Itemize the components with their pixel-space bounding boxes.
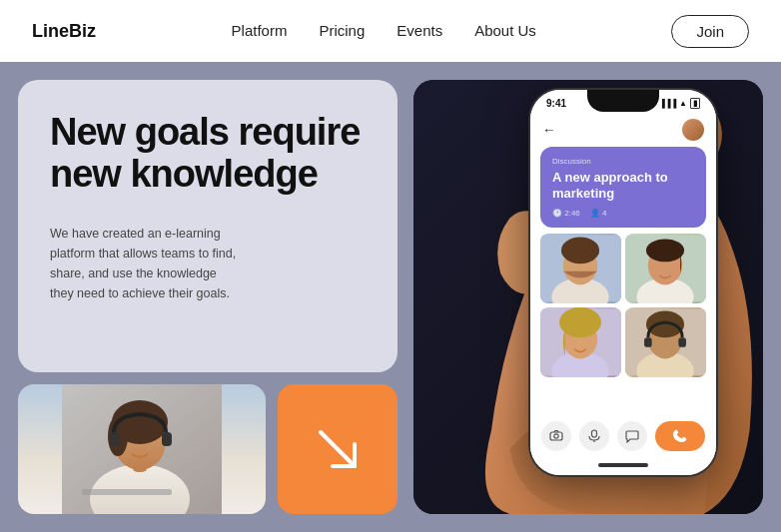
phone-screen: 9:41 ▐▐▐ ▲ ▮ ← Discussion	[530, 90, 716, 475]
discussion-participants: 👤 4	[590, 209, 607, 218]
svg-rect-35	[592, 430, 597, 437]
nav-events[interactable]: Events	[396, 22, 442, 39]
mic-button[interactable]	[579, 421, 609, 451]
back-button[interactable]: ←	[542, 122, 556, 138]
chat-button[interactable]	[617, 421, 647, 451]
svg-rect-9	[82, 489, 172, 495]
svg-rect-31	[644, 337, 652, 347]
svg-point-25	[559, 307, 601, 337]
right-panel: 9:41 ▐▐▐ ▲ ▮ ← Discussion	[413, 80, 763, 514]
status-icons: ▐▐▐ ▲ ▮	[659, 98, 700, 109]
hero-title: New goals require new knowledge	[50, 112, 366, 196]
woman-silhouette-svg	[18, 384, 266, 514]
video-cell-2	[625, 234, 706, 303]
discussion-title: A new approach to marketing	[552, 170, 694, 201]
nav-about[interactable]: About Us	[474, 22, 536, 39]
svg-point-20	[646, 240, 684, 263]
phone-avatar	[682, 119, 704, 141]
wifi-icon: ▲	[679, 99, 687, 108]
left-panel: New goals require new knowledge We have …	[18, 80, 397, 514]
discussion-card[interactable]: Discussion A new approach to marketing 🕐…	[540, 147, 706, 228]
main-content: New goals require new knowledge We have …	[0, 62, 781, 532]
hero-card: New goals require new knowledge We have …	[18, 80, 397, 372]
signal-icon: ▐▐▐	[659, 99, 676, 108]
phone-button[interactable]	[655, 421, 705, 451]
battery-icon: ▮	[690, 98, 700, 109]
svg-point-34	[554, 434, 558, 438]
arrow-icon	[311, 422, 365, 476]
bottom-row	[18, 384, 397, 514]
woman-photo-card	[18, 384, 266, 514]
svg-rect-8	[162, 432, 172, 446]
mic-icon	[587, 429, 601, 443]
phone-icon	[672, 429, 688, 443]
orange-arrow-card[interactable]	[278, 384, 397, 514]
video-cell-1	[540, 234, 621, 303]
people-icon: 👤	[590, 209, 602, 218]
video-grid	[540, 234, 706, 377]
chat-icon	[625, 429, 639, 443]
nav-pricing[interactable]: Pricing	[319, 22, 365, 39]
video-cell-4	[625, 307, 706, 377]
svg-point-30	[646, 311, 684, 338]
camera-icon	[549, 429, 563, 443]
clock-icon: 🕐	[552, 209, 564, 218]
status-time: 9:41	[546, 98, 566, 109]
woman-image	[18, 384, 266, 514]
hero-description: We have created an e-learning platform t…	[50, 224, 240, 303]
join-button[interactable]: Join	[671, 15, 749, 48]
logo: LineBiz	[32, 21, 96, 42]
phone-toolbar	[530, 413, 716, 459]
navbar: LineBiz Platform Pricing Events About Us…	[0, 0, 781, 62]
discussion-label: Discussion	[552, 157, 694, 166]
nav-platform[interactable]: Platform	[232, 22, 288, 39]
svg-rect-7	[110, 432, 120, 446]
svg-rect-32	[678, 337, 686, 347]
discussion-time: 🕐 2:46	[552, 209, 580, 218]
phone-notch	[587, 90, 659, 112]
camera-button[interactable]	[541, 421, 571, 451]
discussion-meta: 🕐 2:46 👤 4	[552, 209, 694, 218]
phone-wrapper: 9:41 ▐▐▐ ▲ ▮ ← Discussion	[528, 88, 718, 487]
phone-topbar: ←	[530, 113, 716, 147]
nav-links: Platform Pricing Events About Us	[232, 22, 536, 40]
phone-body: 9:41 ▐▐▐ ▲ ▮ ← Discussion	[528, 88, 718, 477]
video-cell-3	[540, 307, 621, 377]
phone-home-bar	[598, 463, 648, 467]
svg-point-15	[561, 238, 599, 265]
svg-line-10	[321, 432, 355, 466]
